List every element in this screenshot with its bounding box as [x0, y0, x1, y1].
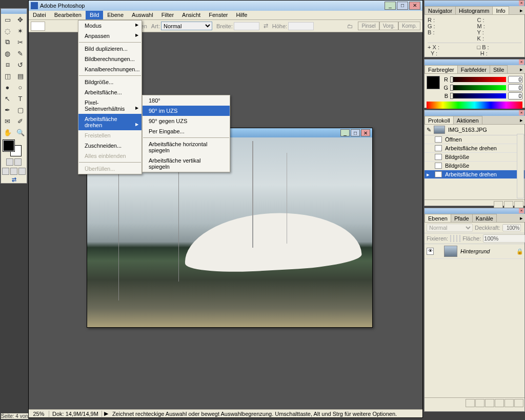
- r-input[interactable]: [508, 76, 522, 83]
- shape-tool[interactable]: ▢: [14, 104, 27, 115]
- brush-tool[interactable]: ✎: [14, 48, 27, 59]
- type-tool[interactable]: T: [14, 93, 27, 104]
- move-tool[interactable]: ✥: [14, 14, 27, 25]
- crop-tool[interactable]: ⧉: [1, 36, 14, 48]
- layer-thumb[interactable]: [444, 246, 457, 257]
- color-preview-swatch[interactable]: [427, 76, 440, 89]
- eyedropper-tool[interactable]: ✐: [14, 115, 27, 127]
- mi-zuschneiden[interactable]: Zuschneiden...: [78, 141, 142, 151]
- mi-horiz-spiegeln[interactable]: Arbeitsfläche horizontal spiegeln: [143, 139, 230, 155]
- marquee-preset-icon[interactable]: [31, 22, 45, 31]
- blur-tool[interactable]: ●: [1, 82, 14, 93]
- stamp-tool[interactable]: ⧈: [1, 59, 14, 70]
- history-menu-icon[interactable]: ▸: [518, 116, 525, 124]
- blend-mode-select[interactable]: Normal: [427, 224, 473, 232]
- hand-tool[interactable]: ✋: [1, 127, 14, 138]
- mi-arbeitsflaeche-drehen[interactable]: Arbeitsfläche drehen: [78, 114, 142, 130]
- mi-180[interactable]: 180°: [143, 95, 230, 106]
- layer-row[interactable]: 👁 Hintergrund 🔒: [425, 244, 524, 259]
- mi-90-gegen[interactable]: 90° gegen UZS: [143, 116, 230, 126]
- link-icon[interactable]: [435, 248, 442, 255]
- history-scrollbar[interactable]: [517, 134, 524, 198]
- history-brush-tool[interactable]: ↺: [14, 59, 27, 70]
- tab-histogramm[interactable]: Histogramm: [455, 6, 493, 14]
- delete-layer-icon[interactable]: [514, 399, 523, 407]
- fx-icon[interactable]: [466, 399, 475, 407]
- menu-bearbeiten[interactable]: Bearbeiten: [50, 11, 86, 19]
- mi-kanalberechnungen[interactable]: Kanalberechnungen...: [78, 64, 142, 74]
- foreground-swatch[interactable]: [3, 140, 14, 151]
- maximize-button[interactable]: □: [397, 2, 408, 10]
- status-menu-arrow[interactable]: ▶: [104, 410, 108, 417]
- jump-to-imageready[interactable]: ⇄: [1, 176, 27, 183]
- color-close-icon[interactable]: ×: [519, 59, 524, 65]
- doc-close-button[interactable]: ✕: [361, 129, 370, 136]
- layers-close-icon[interactable]: ×: [519, 208, 524, 213]
- color-menu-icon[interactable]: ▸: [518, 65, 525, 73]
- notes-tool[interactable]: ✉: [1, 115, 14, 127]
- tab-pfade[interactable]: Pfade: [451, 214, 473, 222]
- history-item[interactable]: ▸Arbeitsfläche drehen: [425, 170, 524, 179]
- history-close-icon[interactable]: ×: [519, 110, 524, 115]
- mi-bildberechnungen[interactable]: Bildberechnungen...: [78, 54, 142, 64]
- b-input[interactable]: [508, 92, 522, 99]
- fill-input[interactable]: [483, 234, 525, 243]
- history-item[interactable]: Bildgröße: [425, 153, 524, 162]
- heal-tool[interactable]: ◍: [1, 48, 14, 59]
- tab-kanaele[interactable]: Kanäle: [472, 214, 497, 222]
- mi-90-uzs[interactable]: 90° im UZS: [143, 106, 230, 116]
- mi-anpassen[interactable]: Anpassen: [78, 31, 142, 41]
- lock-position-icon[interactable]: [456, 235, 457, 242]
- lock-transparent-icon[interactable]: [450, 235, 451, 242]
- screen-standard-icon[interactable]: [2, 168, 9, 175]
- color-swatches[interactable]: [1, 138, 27, 157]
- tab-navigator[interactable]: Navigator: [425, 6, 456, 14]
- menu-bild[interactable]: Bild: [86, 11, 103, 19]
- layers-menu-icon[interactable]: ▸: [518, 214, 525, 222]
- new-layer-icon[interactable]: [504, 399, 514, 407]
- wand-tool[interactable]: ✶: [14, 25, 27, 36]
- titlebar[interactable]: Adobe Photoshop _ □ ✕: [29, 1, 422, 11]
- history-item[interactable]: Bildgröße: [425, 162, 524, 170]
- info-close-icon[interactable]: ×: [519, 1, 524, 6]
- file-browser-icon[interactable]: 🗀: [347, 23, 353, 29]
- layer-name[interactable]: Hintergrund: [460, 248, 516, 254]
- mi-arbeitsflaeche[interactable]: Arbeitsfläche...: [78, 87, 142, 97]
- tab-komp[interactable]: Komp.: [398, 22, 420, 30]
- mi-vert-spiegeln[interactable]: Arbeitsfläche vertikal spiegeln: [143, 155, 230, 172]
- menu-hilfe[interactable]: Hilfe: [232, 11, 251, 19]
- lasso-tool[interactable]: ◌: [1, 25, 14, 36]
- zoom-tool[interactable]: 🔍: [14, 127, 27, 138]
- menu-filter[interactable]: Filter: [157, 11, 178, 19]
- visibility-icon[interactable]: 👁: [427, 248, 434, 255]
- lock-paint-icon[interactable]: [453, 235, 454, 242]
- info-menu-icon[interactable]: ▸: [518, 6, 525, 14]
- standard-mode-icon[interactable]: [6, 158, 13, 166]
- screen-menubar-icon[interactable]: [10, 168, 17, 175]
- zoom-level[interactable]: 25%: [29, 411, 49, 417]
- history-snapshot[interactable]: ✎ IMG_5163.JPG: [425, 125, 524, 135]
- mi-per-eingabe[interactable]: Per Eingabe...: [143, 126, 230, 136]
- dodge-tool[interactable]: ○: [14, 82, 27, 93]
- tab-ebenen[interactable]: Ebenen: [425, 214, 451, 222]
- menu-ebene[interactable]: Ebene: [103, 11, 128, 19]
- mi-duplizieren[interactable]: Bild duplizieren...: [78, 44, 142, 54]
- history-item[interactable]: Öffnen: [425, 135, 524, 144]
- toolbox-header[interactable]: [1, 9, 27, 14]
- menu-ansicht[interactable]: Ansicht: [178, 11, 205, 19]
- b-slider[interactable]: [450, 93, 506, 98]
- menu-auswahl[interactable]: Auswahl: [128, 11, 157, 19]
- spectrum-ramp[interactable]: [427, 102, 522, 109]
- minimize-button[interactable]: _: [385, 2, 396, 10]
- doc-maximize-button[interactable]: □: [351, 129, 360, 136]
- path-tool[interactable]: ↖: [1, 93, 14, 104]
- set-icon[interactable]: [485, 399, 494, 407]
- tab-farbregler[interactable]: Farbregler: [425, 65, 458, 73]
- eraser-tool[interactable]: ◫: [1, 70, 14, 82]
- close-button[interactable]: ✕: [409, 2, 420, 10]
- menu-datei[interactable]: Datei: [29, 11, 50, 19]
- menu-fenster[interactable]: Fenster: [205, 11, 232, 19]
- gradient-tool[interactable]: ▤: [14, 70, 27, 82]
- adjustment-icon[interactable]: [495, 399, 504, 407]
- tab-pinsel[interactable]: Pinsel: [358, 22, 379, 30]
